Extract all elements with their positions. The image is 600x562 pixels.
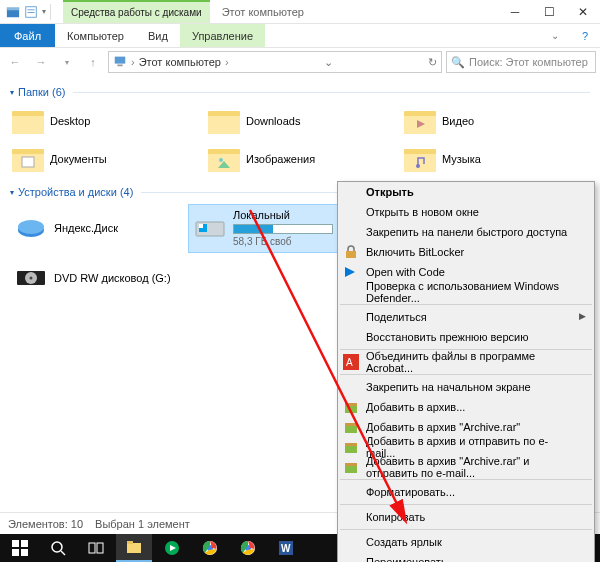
ctx-add-archive[interactable]: Добавить в архив... bbox=[338, 397, 594, 417]
ctx-bitlocker[interactable]: Включить BitLocker bbox=[338, 242, 594, 262]
acrobat-icon: A bbox=[343, 354, 359, 370]
svg-rect-55 bbox=[12, 549, 19, 556]
folder-images[interactable]: Изображения bbox=[206, 142, 394, 176]
svg-rect-39 bbox=[345, 423, 357, 426]
svg-rect-60 bbox=[97, 543, 103, 553]
svg-text:W: W bbox=[281, 543, 291, 554]
svg-rect-59 bbox=[89, 543, 95, 553]
svg-line-58 bbox=[61, 551, 65, 555]
submenu-arrow-icon: ▶ bbox=[579, 311, 586, 321]
winrar-icon bbox=[343, 419, 359, 435]
ctx-pin-quick-access[interactable]: Закрепить на панели быстрого доступа bbox=[338, 222, 594, 242]
winrar-icon bbox=[343, 399, 359, 415]
folder-desktop[interactable]: Desktop bbox=[10, 104, 198, 138]
qat-dropdown-icon[interactable]: ▾ bbox=[42, 7, 46, 16]
svg-point-19 bbox=[219, 158, 223, 162]
taskbar-chrome-2[interactable] bbox=[230, 534, 266, 562]
svg-point-23 bbox=[416, 164, 420, 168]
taskbar-search-button[interactable] bbox=[40, 534, 76, 562]
folder-video[interactable]: Видео bbox=[402, 104, 590, 138]
search-input[interactable]: 🔍 Поиск: Этот компьютер bbox=[446, 51, 596, 73]
taskbar-word[interactable]: W bbox=[268, 534, 304, 562]
start-button[interactable] bbox=[2, 534, 38, 562]
svg-rect-1 bbox=[7, 7, 19, 10]
ctx-rename[interactable]: Переименовать bbox=[338, 552, 594, 562]
svg-rect-53 bbox=[12, 540, 19, 547]
ribbon-expand-icon[interactable]: ⌄ bbox=[540, 24, 570, 47]
svg-rect-5 bbox=[115, 57, 126, 64]
svg-rect-4 bbox=[28, 12, 35, 13]
ctx-open[interactable]: Открыть bbox=[338, 182, 594, 202]
address-bar[interactable]: › Этот компьютер › ⌄ ↻ bbox=[108, 51, 442, 73]
ctx-create-shortcut[interactable]: Создать ярлык bbox=[338, 532, 594, 552]
tab-manage[interactable]: Управление bbox=[180, 24, 265, 47]
tab-file[interactable]: Файл bbox=[0, 24, 55, 47]
maximize-button[interactable]: ☐ bbox=[532, 0, 566, 23]
svg-rect-28 bbox=[199, 224, 203, 228]
nav-forward-button[interactable]: → bbox=[30, 51, 52, 73]
window-title: Этот компьютер bbox=[210, 0, 498, 23]
svg-rect-6 bbox=[117, 65, 122, 67]
device-local-disk[interactable]: Локальный 58,3 ГБ своб bbox=[188, 204, 358, 253]
minimize-button[interactable]: ─ bbox=[498, 0, 532, 23]
status-item-count: Элементов: 10 bbox=[8, 518, 83, 530]
svg-point-57 bbox=[52, 542, 62, 552]
ctx-pin-start[interactable]: Закрепить на начальном экране bbox=[338, 377, 594, 397]
svg-rect-61 bbox=[127, 543, 141, 553]
nav-recent-dropdown[interactable]: ▾ bbox=[56, 51, 78, 73]
ctx-restore-previous[interactable]: Восстановить прежнюю версию bbox=[338, 327, 594, 347]
svg-rect-32 bbox=[346, 251, 356, 258]
svg-rect-41 bbox=[345, 443, 357, 446]
ctx-add-archive-rar-email[interactable]: Добавить в архив "Archive.rar" и отправи… bbox=[338, 457, 594, 477]
folder-documents[interactable]: Документы bbox=[10, 142, 198, 176]
taskbar-taskview-button[interactable] bbox=[78, 534, 114, 562]
folder-music[interactable]: Музыка bbox=[402, 142, 590, 176]
help-icon[interactable]: ? bbox=[570, 24, 600, 47]
ctx-acrobat-combine[interactable]: A Объединить файлы в программе Acrobat..… bbox=[338, 352, 594, 372]
folder-downloads[interactable]: Downloads bbox=[206, 104, 394, 138]
svg-rect-8 bbox=[12, 116, 44, 134]
nav-back-button[interactable]: ← bbox=[4, 51, 26, 73]
close-button[interactable]: ✕ bbox=[566, 0, 600, 23]
svg-point-31 bbox=[30, 277, 33, 280]
svg-rect-43 bbox=[345, 463, 357, 466]
svg-rect-56 bbox=[21, 549, 28, 556]
svg-rect-22 bbox=[404, 154, 436, 172]
taskbar-chrome[interactable] bbox=[192, 534, 228, 562]
svg-rect-54 bbox=[21, 540, 28, 547]
taskbar-mediaplayer[interactable] bbox=[154, 534, 190, 562]
taskbar-explorer[interactable] bbox=[116, 534, 152, 562]
group-header-folders[interactable]: Папки (6) bbox=[10, 86, 590, 98]
svg-marker-33 bbox=[345, 267, 355, 277]
disk-space-bar bbox=[233, 224, 333, 234]
bitlocker-icon bbox=[343, 244, 359, 260]
vscode-icon bbox=[343, 264, 359, 280]
thispc-icon bbox=[113, 54, 127, 70]
qat-properties-icon[interactable] bbox=[24, 5, 38, 19]
search-icon: 🔍 bbox=[451, 56, 465, 69]
refresh-icon[interactable]: ↻ bbox=[428, 56, 437, 69]
device-dvd-rw[interactable]: DVD RW дисковод (G:) bbox=[10, 257, 180, 299]
ribbon-contextual-category: Средства работы с дисками bbox=[63, 0, 210, 23]
ctx-copy[interactable]: Копировать bbox=[338, 507, 594, 527]
status-selection: Выбран 1 элемент bbox=[95, 518, 190, 530]
svg-rect-62 bbox=[127, 541, 133, 544]
ctx-add-archive-rar[interactable]: Добавить в архив "Archive.rar" bbox=[338, 417, 594, 437]
svg-rect-16 bbox=[22, 157, 34, 167]
ctx-add-archive-email[interactable]: Добавить в архив и отправить по e-mail..… bbox=[338, 437, 594, 457]
address-path-segment[interactable]: Этот компьютер bbox=[139, 56, 221, 68]
tab-view[interactable]: Вид bbox=[136, 24, 180, 47]
tab-computer[interactable]: Компьютер bbox=[55, 24, 136, 47]
ctx-format[interactable]: Форматировать... bbox=[338, 482, 594, 502]
ctx-defender-scan[interactable]: Проверка с использованием Windows Defend… bbox=[338, 282, 594, 302]
svg-rect-3 bbox=[28, 9, 35, 10]
ctx-open-with-code[interactable]: Open with Code bbox=[338, 262, 594, 282]
nav-up-button[interactable]: ↑ bbox=[82, 51, 104, 73]
ctx-share[interactable]: Поделиться▶ bbox=[338, 307, 594, 327]
ctx-open-new-window[interactable]: Открыть в новом окне bbox=[338, 202, 594, 222]
device-yandex-disk[interactable]: Яндекс.Диск bbox=[10, 204, 180, 253]
address-dropdown-icon[interactable]: ⌄ bbox=[324, 56, 333, 69]
winrar-icon bbox=[343, 459, 359, 475]
svg-rect-37 bbox=[345, 403, 357, 406]
svg-point-25 bbox=[18, 220, 44, 234]
